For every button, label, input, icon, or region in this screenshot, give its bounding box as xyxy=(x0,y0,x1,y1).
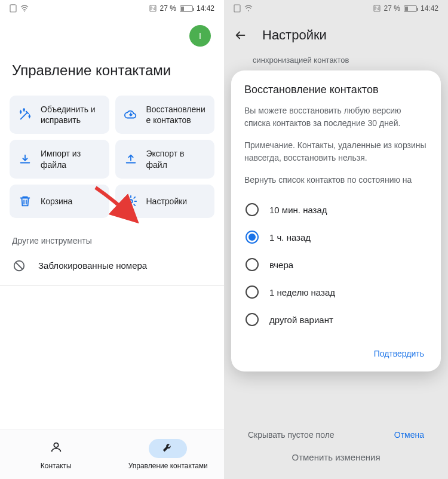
tile-import[interactable]: Импорт из файла xyxy=(10,140,109,178)
svg-point-3 xyxy=(129,199,133,203)
nav-manage[interactable]: Управление контактами xyxy=(112,429,225,479)
tile-export[interactable]: Экспорт в файл xyxy=(115,140,215,178)
tile-label: Восстановление контактов xyxy=(146,104,208,125)
radio-icon xyxy=(246,285,259,299)
tile-grid: Объединить и исправить Восстановление ко… xyxy=(0,96,224,218)
gear-icon xyxy=(122,193,139,210)
restore-dialog: Восстановление контактов Вы можете восст… xyxy=(231,70,441,371)
radio-label: 1 ч. назад xyxy=(269,232,311,242)
background-subtext: синхронизацией контактов xyxy=(224,53,448,69)
magic-wand-icon xyxy=(17,106,33,123)
radio-1week[interactable]: 1 неделю назад xyxy=(244,283,428,301)
radio-label: вчера xyxy=(269,260,293,270)
confirm-button[interactable]: Подтвердить xyxy=(370,344,428,363)
battery-percent: 27 % xyxy=(160,4,176,13)
battery-icon xyxy=(404,5,417,12)
tile-label: Импорт из файла xyxy=(41,148,102,170)
nav-contacts[interactable]: Контакты xyxy=(0,429,112,479)
settings-header: Настройки xyxy=(224,17,448,53)
status-bar-right: 27 % 14:42 xyxy=(224,0,448,17)
tile-settings[interactable]: Настройки xyxy=(115,185,215,218)
dialog-prompt: Вернуть список контактов по состоянию на xyxy=(244,174,428,186)
contacts-icon xyxy=(50,441,63,456)
trash-icon xyxy=(17,193,33,210)
battery-icon xyxy=(180,5,193,12)
radio-list: 10 мин. назад 1 ч. назад вчера 1 неделю … xyxy=(244,196,428,338)
status-bar-left: 27 % 14:42 xyxy=(0,0,224,17)
clock: 14:42 xyxy=(197,4,214,13)
dialog-note: Примечание. Контакты, удаленные из корзи… xyxy=(244,139,428,164)
undo-changes-row[interactable]: Отменить изменения xyxy=(224,443,448,472)
divider xyxy=(0,285,224,285)
settings-title: Настройки xyxy=(262,27,327,43)
block-icon xyxy=(12,259,26,273)
import-icon xyxy=(17,151,33,168)
tile-label: Объединить и исправить xyxy=(41,104,102,125)
bg-cancel-text[interactable]: Отмена xyxy=(394,430,424,440)
tile-label: Настройки xyxy=(146,196,188,207)
svg-point-5 xyxy=(54,443,58,447)
clock: 14:42 xyxy=(421,4,438,13)
row-label: Заблокированные номера xyxy=(38,260,147,271)
radio-yesterday[interactable]: вчера xyxy=(244,256,428,274)
nav-label: Управление контактами xyxy=(128,462,208,470)
radio-icon xyxy=(246,203,259,216)
page-title: Управление контактами xyxy=(0,47,224,96)
wifi-icon xyxy=(244,5,253,12)
bg-hide-text: Скрывать пустое поле xyxy=(248,430,335,440)
tile-restore[interactable]: Восстановление контактов xyxy=(115,96,215,134)
background-row: Скрывать пустое поле Отмена xyxy=(224,430,448,440)
export-icon xyxy=(122,151,139,168)
svg-point-7 xyxy=(248,10,249,11)
radio-icon xyxy=(246,258,259,271)
cloud-restore-icon xyxy=(122,106,139,123)
right-phone: 27 % 14:42 Настройки синхронизацией конт… xyxy=(224,0,448,479)
sim-icon xyxy=(234,4,241,13)
blocked-numbers-row[interactable]: Заблокированные номера xyxy=(0,255,224,281)
radio-icon xyxy=(246,231,259,244)
back-button[interactable] xyxy=(234,28,248,42)
wifi-icon xyxy=(20,5,29,12)
radio-label: 10 мин. назад xyxy=(269,205,327,215)
tile-label: Экспорт в файл xyxy=(146,148,208,170)
other-tools-label: Другие инструменты xyxy=(0,218,224,255)
radio-other[interactable]: другой вариант xyxy=(244,311,428,328)
tile-merge-fix[interactable]: Объединить и исправить xyxy=(10,96,109,134)
avatar[interactable]: I xyxy=(189,25,211,47)
battery-percent: 27 % xyxy=(384,4,400,13)
radio-10min[interactable]: 10 мин. назад xyxy=(244,201,428,219)
nav-label: Контакты xyxy=(41,462,72,470)
dialog-body: Вы можете восстановить любую версию спис… xyxy=(244,105,428,130)
left-phone: 27 % 14:42 I Управление контактами Объед… xyxy=(0,0,224,479)
radio-label: другой вариант xyxy=(269,315,333,325)
wrench-icon xyxy=(161,441,174,456)
svg-rect-6 xyxy=(234,5,240,12)
radio-label: 1 неделю назад xyxy=(269,287,335,297)
bottom-nav: Контакты Управление контактами xyxy=(0,429,224,479)
dialog-title: Восстановление контактов xyxy=(244,84,428,96)
radio-icon xyxy=(246,313,259,326)
sim-icon xyxy=(10,4,17,13)
svg-rect-0 xyxy=(10,5,16,12)
tile-trash[interactable]: Корзина xyxy=(10,185,109,218)
nfc-icon xyxy=(373,5,381,12)
radio-1hour[interactable]: 1 ч. назад xyxy=(244,228,428,246)
svg-point-1 xyxy=(24,11,25,12)
nfc-icon xyxy=(149,5,157,12)
tile-label: Корзина xyxy=(41,196,72,207)
